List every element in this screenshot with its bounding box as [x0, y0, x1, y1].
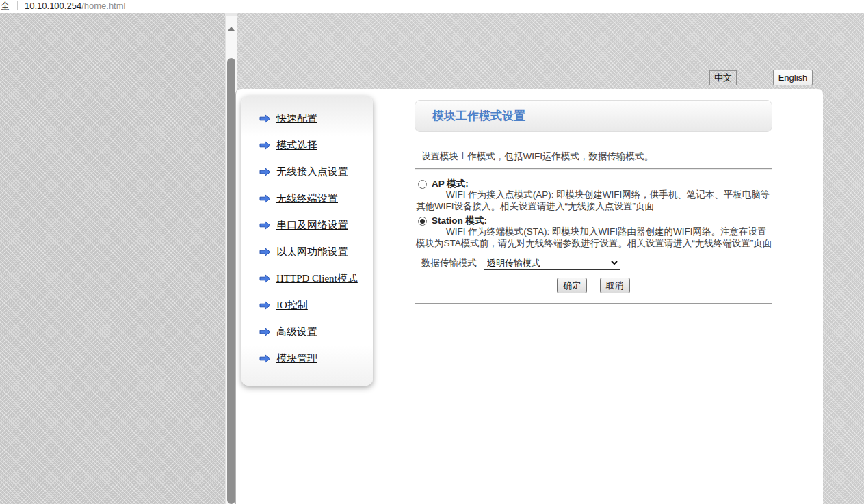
sidebar-item-label[interactable]: 模式选择 [276, 139, 317, 152]
ap-mode-label[interactable]: AP 模式: [432, 178, 469, 190]
page-title: 模块工作模式设置 [432, 108, 525, 124]
intro-text: 设置模块工作模式，包括WIFI运作模式，数据传输模式。 [421, 150, 653, 163]
sidebar-item-advanced[interactable]: 高级设置 [259, 324, 373, 339]
right-arrow-icon [259, 220, 271, 230]
browser-address-bar: 全 10.10.100.254/home.html [0, 0, 864, 12]
language-english-button[interactable]: English [773, 70, 813, 85]
ok-button[interactable]: 确定 [557, 278, 587, 293]
sidebar-item-label[interactable]: HTTPD Client模式 [276, 272, 358, 285]
form-buttons: 确定 取消 [415, 278, 772, 293]
sidebar-item-label[interactable]: 快速配置 [276, 112, 317, 125]
right-arrow-icon [259, 114, 271, 124]
sidebar-item-label[interactable]: 高级设置 [276, 326, 317, 339]
main-content-panel: 快速配置 模式选择 无线接入点设置 无线终端设置 串口及网络设置 以太网功能设置 [235, 89, 823, 504]
scrollbar-up-arrow-icon[interactable] [228, 27, 235, 31]
right-arrow-icon [259, 327, 271, 337]
right-arrow-icon [259, 140, 271, 150]
data-transfer-mode-select[interactable]: 透明传输模式 [484, 256, 620, 270]
sidebar-item-label[interactable]: 无线终端设置 [276, 192, 338, 205]
left-frame-background [0, 13, 225, 504]
address-bar-divider [17, 1, 18, 10]
sidebar-item-mode-select[interactable]: 模式选择 [259, 137, 373, 152]
separator-line [415, 303, 772, 304]
security-indicator: 全 [1, 0, 17, 12]
sidebar-item-label[interactable]: 以太网功能设置 [276, 246, 348, 258]
sidebar-item-label[interactable]: 模块管理 [276, 352, 317, 365]
sidebar-item-ap-settings[interactable]: 无线接入点设置 [259, 164, 373, 179]
sidebar-item-uart-network[interactable]: 串口及网络设置 [259, 217, 373, 233]
data-transfer-mode-row: 数据传输模式 透明传输模式 [421, 256, 620, 270]
page-header: 模块工作模式设置 [415, 100, 772, 132]
right-arrow-icon [259, 247, 271, 257]
sidebar-menu-list: 快速配置 模式选择 无线接入点设置 无线终端设置 串口及网络设置 以太网功能设置 [241, 96, 373, 366]
sidebar-menu: 快速配置 模式选择 无线接入点设置 无线终端设置 串口及网络设置 以太网功能设置 [241, 96, 373, 386]
sidebar-item-sta-settings[interactable]: 无线终端设置 [259, 191, 373, 206]
sidebar-item-quick-config[interactable]: 快速配置 [259, 111, 373, 126]
right-arrow-icon [259, 274, 271, 284]
sidebar-item-label[interactable]: 无线接入点设置 [276, 165, 348, 178]
station-mode-radio[interactable] [418, 217, 427, 226]
ap-mode-option[interactable]: AP 模式: [418, 178, 469, 190]
language-chinese-button[interactable]: 中文 [709, 70, 737, 85]
url-text[interactable]: 10.10.100.254/home.html [25, 1, 125, 11]
url-path: /home.html [81, 1, 125, 11]
separator-line [415, 168, 772, 170]
station-mode-option[interactable]: Station 模式: [418, 215, 487, 227]
sidebar-item-io-control[interactable]: IO控制 [259, 297, 373, 313]
right-arrow-icon [259, 300, 271, 310]
right-arrow-icon [259, 167, 271, 177]
station-mode-label[interactable]: Station 模式: [432, 215, 487, 227]
ap-mode-description: WIFI 作为接入点模式(AP): 即模块创建WIFI网络，供手机、笔记本、平板… [416, 189, 772, 212]
data-transfer-mode-label: 数据传输模式 [421, 257, 477, 269]
ap-mode-radio[interactable] [418, 180, 427, 189]
sidebar-item-label[interactable]: 串口及网络设置 [276, 219, 348, 232]
sidebar-item-label[interactable]: IO控制 [276, 299, 308, 312]
cancel-button[interactable]: 取消 [600, 278, 630, 293]
sidebar-item-ethernet[interactable]: 以太网功能设置 [259, 244, 373, 259]
sidebar-item-httpd-client[interactable]: HTTPD Client模式 [259, 271, 373, 286]
station-mode-description: WIFI 作为终端模式(STA): 即模块加入WIFI路由器创建的WIFI网络。… [416, 226, 772, 249]
scrollbar-thumb[interactable] [227, 58, 235, 504]
right-arrow-icon [259, 354, 271, 364]
sidebar-item-module-manage[interactable]: 模块管理 [259, 351, 373, 366]
right-arrow-icon [259, 194, 271, 204]
url-host: 10.10.100.254 [25, 1, 81, 11]
